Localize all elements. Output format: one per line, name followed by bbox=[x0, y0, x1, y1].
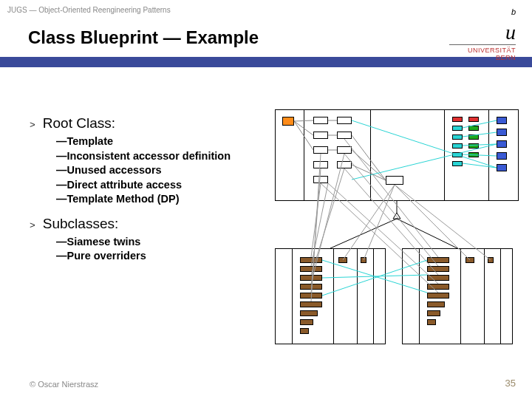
node bbox=[452, 126, 463, 131]
list-item: —Unused accessors bbox=[56, 163, 281, 178]
subclasses-head: Subclasses: bbox=[43, 216, 118, 232]
node bbox=[337, 161, 352, 168]
node bbox=[427, 275, 449, 281]
root-class-box bbox=[275, 109, 519, 201]
root-class-row: > Root Class: bbox=[30, 115, 281, 132]
node bbox=[427, 284, 449, 290]
node bbox=[300, 328, 309, 334]
logo-main: u bbox=[505, 21, 516, 44]
node bbox=[313, 117, 328, 124]
node bbox=[468, 152, 479, 157]
subclass-box-left bbox=[275, 248, 386, 344]
page-number: 35 bbox=[505, 378, 516, 389]
node bbox=[300, 275, 322, 281]
node bbox=[452, 143, 463, 149]
node bbox=[337, 132, 352, 139]
node bbox=[300, 266, 322, 272]
svg-line-18 bbox=[330, 219, 397, 248]
list-item: —Template Method (DP) bbox=[56, 192, 281, 207]
node bbox=[300, 284, 322, 290]
node bbox=[337, 117, 352, 124]
content: > Root Class: —Template —Inconsistent ac… bbox=[30, 111, 281, 273]
svg-marker-17 bbox=[393, 213, 400, 219]
node bbox=[300, 301, 322, 307]
subclasses-items: —Siamese twins —Pure overriders bbox=[56, 235, 281, 264]
node bbox=[452, 161, 463, 166]
logo-line2: BERN bbox=[449, 54, 516, 61]
node bbox=[313, 176, 328, 183]
svg-line-19 bbox=[397, 219, 457, 248]
list-item: —Direct attribute access bbox=[56, 178, 281, 193]
root-class-items: —Template —Inconsistent accessor definit… bbox=[56, 134, 281, 207]
bullet-marker: > bbox=[30, 120, 35, 131]
node bbox=[452, 117, 463, 122]
node bbox=[427, 257, 449, 263]
blueprint-diagram bbox=[275, 109, 519, 353]
node bbox=[497, 152, 507, 160]
node bbox=[300, 257, 322, 263]
node bbox=[386, 176, 403, 185]
node bbox=[427, 319, 436, 325]
subclass-box-right bbox=[402, 248, 513, 344]
logo-sup: b bbox=[511, 7, 516, 16]
node bbox=[427, 301, 445, 307]
footer-author: © Oscar Nierstrasz bbox=[30, 380, 98, 389]
node bbox=[466, 257, 474, 263]
node bbox=[468, 134, 479, 140]
node bbox=[300, 310, 318, 316]
node bbox=[497, 129, 507, 136]
node bbox=[497, 140, 507, 148]
logo-divider bbox=[449, 44, 516, 45]
list-item: —Inconsistent accessor definition bbox=[56, 149, 281, 164]
node bbox=[468, 143, 479, 149]
node bbox=[361, 257, 366, 263]
subclasses-row: > Subclasses: bbox=[30, 216, 281, 232]
node bbox=[488, 257, 494, 263]
root-class-head: Root Class: bbox=[43, 115, 115, 132]
node bbox=[282, 117, 294, 126]
node bbox=[497, 117, 507, 124]
node bbox=[427, 310, 440, 316]
list-item: —Pure overriders bbox=[56, 249, 281, 264]
node bbox=[427, 266, 449, 272]
node bbox=[497, 164, 507, 171]
node bbox=[313, 132, 328, 139]
node bbox=[452, 134, 463, 140]
list-item: —Siamese twins bbox=[56, 235, 281, 250]
node bbox=[300, 293, 322, 299]
node bbox=[468, 126, 479, 131]
node bbox=[313, 161, 328, 168]
university-logo: b u UNIVERSITÄT BERN bbox=[449, 7, 516, 61]
node bbox=[338, 257, 347, 263]
list-item: —Template bbox=[56, 134, 281, 149]
node bbox=[313, 146, 328, 154]
node bbox=[468, 117, 479, 122]
node bbox=[452, 152, 463, 157]
node bbox=[300, 319, 313, 325]
logo-line1: UNIVERSITÄT bbox=[449, 47, 516, 54]
bullet-marker: > bbox=[30, 220, 35, 231]
node bbox=[427, 293, 449, 299]
node bbox=[337, 146, 352, 154]
